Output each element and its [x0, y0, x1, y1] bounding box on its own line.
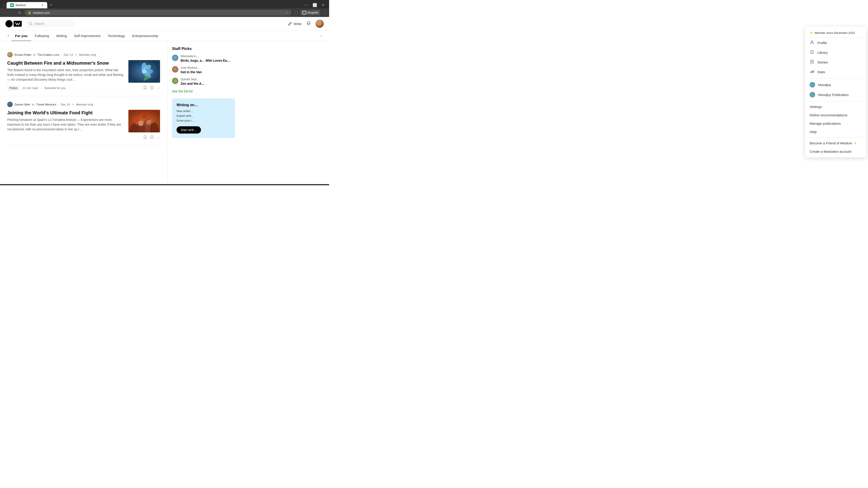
- search-icon: [29, 22, 33, 26]
- author-name[interactable]: Darren Weir: [14, 103, 30, 106]
- main-content: Erosia Potter in The Kraken Lore · Dec 1…: [0, 41, 329, 184]
- staff-pick-info: Joan Westenl… Get in the Van: [181, 66, 202, 74]
- url-bar[interactable]: 🔒 medium.com ☆: [25, 10, 291, 15]
- svg-point-25: [146, 120, 151, 125]
- dislike-button[interactable]: [150, 135, 154, 140]
- status-bar: https://medium.com/moodjoy?source=---two…: [0, 184, 329, 185]
- article-card: Erosia Potter in The Kraken Lore · Dec 1…: [7, 46, 160, 96]
- tab-for-you[interactable]: For you: [11, 31, 31, 41]
- extensions-icon[interactable]: ⬚: [294, 11, 298, 15]
- staff-pick-avatar: [172, 78, 178, 84]
- article-excerpt: Pitching tomatoes at Spain's La Tomatina…: [7, 118, 125, 132]
- article-thumbnail[interactable]: [128, 110, 160, 132]
- back-button[interactable]: ←: [3, 10, 8, 15]
- publication-name[interactable]: The Kraken Lore: [37, 53, 59, 57]
- search-bar[interactable]: Search: [25, 20, 75, 27]
- in-text: in: [33, 53, 35, 57]
- sidebar: Staff Picks Wikimedia In… Birds, bugs, a…: [167, 41, 240, 184]
- menu-icon[interactable]: ⋮: [323, 11, 327, 15]
- tab-following[interactable]: Following: [31, 31, 53, 41]
- medium-tab[interactable]: Medium ✕: [6, 2, 47, 8]
- tab-writing[interactable]: Writing: [53, 31, 70, 41]
- url-text: medium.com: [33, 11, 284, 14]
- add-topic-button[interactable]: +: [5, 31, 11, 41]
- browser-chrome: ‹ Medium ✕ + — ⬜ ✕ ← → ↻ 🔒 medium.com ☆ …: [0, 0, 329, 17]
- start-writing-button[interactable]: Start writi…: [177, 126, 201, 133]
- staff-pick-title[interactable]: Birds, bugs, a… Wiki Loves Ea…: [181, 59, 230, 63]
- logo-circle: [5, 20, 13, 27]
- article-title[interactable]: Joining the World's Ultimate Food Fight: [7, 110, 125, 116]
- dot-separator: ·: [41, 86, 41, 90]
- promo-item-2: Expert writi…: [177, 114, 230, 118]
- staff-pick-title[interactable]: Get in the Van: [181, 70, 202, 74]
- food-image: [128, 110, 160, 132]
- article-thumbnail[interactable]: [128, 60, 160, 83]
- in-text: in: [32, 103, 34, 106]
- incognito-icon: [302, 11, 306, 15]
- dot-separator: ·: [58, 103, 59, 106]
- forward-button[interactable]: →: [10, 10, 16, 15]
- staff-pick-author: Joan Westenl…: [181, 66, 202, 69]
- member-star-icon: ★: [72, 103, 74, 106]
- article-text: Joining the World's Ultimate Food Fight …: [7, 110, 125, 132]
- see-full-list-link[interactable]: See the full list: [172, 90, 235, 93]
- staff-pick-author: Wikimedia In…: [181, 55, 230, 58]
- staff-picks-title: Staff Picks: [172, 46, 235, 51]
- article-text: Caught Between Fire and a Midsummer's Sn…: [7, 60, 125, 83]
- staff-pick-avatar: [172, 55, 178, 61]
- close-button[interactable]: ✕: [321, 2, 326, 8]
- article-footer: ···: [7, 135, 160, 140]
- site-header: Search Write: [0, 17, 329, 31]
- article-body: Joining the World's Ultimate Food Fight …: [7, 110, 160, 132]
- nav-tabs-scroll-right[interactable]: ›: [319, 31, 324, 41]
- bookmark-icon[interactable]: ☆: [285, 11, 288, 14]
- tab-title: Medium: [16, 3, 26, 7]
- medium-logo[interactable]: [5, 20, 22, 27]
- header-right: Write: [288, 20, 324, 28]
- article-tag[interactable]: Fiction: [7, 86, 20, 91]
- more-options-button[interactable]: ···: [157, 86, 160, 90]
- new-tab-button[interactable]: +: [48, 2, 54, 8]
- incognito-button[interactable]: Incognito: [301, 10, 320, 15]
- browser-actions: ⬚ Incognito ⋮: [294, 10, 327, 15]
- staff-pick-item: Joan Westenl… Get in the Van: [172, 66, 235, 74]
- author-name[interactable]: Erosia Potter: [14, 53, 31, 57]
- author-avatar: [7, 52, 13, 57]
- refresh-button[interactable]: ↻: [17, 10, 22, 15]
- dislike-button[interactable]: [150, 86, 154, 91]
- save-button[interactable]: [143, 86, 147, 91]
- read-time: 11 min read: [22, 86, 38, 90]
- article-feed: Erosia Potter in The Kraken Lore · Dec 1…: [0, 41, 167, 184]
- article-footer: Fiction 11 min read · Selected for you: [7, 86, 160, 91]
- more-options-button[interactable]: ···: [157, 135, 160, 140]
- status-url: https://medium.com/moodjoy?source=---two…: [3, 185, 86, 185]
- user-avatar[interactable]: [315, 20, 324, 28]
- nav-buttons: ← → ↻: [3, 10, 22, 15]
- notifications-bell[interactable]: [306, 21, 311, 27]
- staff-pick-title[interactable]: Zen and the A…: [181, 82, 205, 86]
- writing-promo: Writing on… New writer… Expert writi… Gr…: [172, 98, 235, 138]
- article-actions: ···: [143, 135, 160, 140]
- selected-for-you: Selected for you: [44, 86, 66, 90]
- write-button[interactable]: Write: [288, 22, 302, 26]
- minimize-button[interactable]: —: [304, 2, 309, 8]
- tab-technology[interactable]: Technology: [104, 31, 129, 41]
- save-button[interactable]: [143, 135, 147, 140]
- article-card: Darren Weir in Travel Memoirs · Dec 10 ★…: [7, 96, 160, 146]
- tab-scroll-left[interactable]: ‹: [2, 2, 6, 8]
- publication-name[interactable]: Travel Memoirs: [36, 103, 56, 106]
- tab-entrepreneurship[interactable]: Entrepreneurship: [129, 31, 162, 41]
- maximize-button[interactable]: ⬜: [312, 2, 318, 8]
- staff-pick-info: Wikimedia In… Birds, bugs, a… Wiki Loves…: [181, 55, 230, 63]
- write-label: Write: [293, 22, 302, 26]
- address-bar: ← → ↻ 🔒 medium.com ☆ ⬚ Incognito ⋮: [0, 8, 329, 17]
- article-date: Dec 10: [61, 103, 70, 106]
- article-meta: Erosia Potter in The Kraken Lore · Dec 1…: [7, 52, 160, 57]
- tab-close-button[interactable]: ✕: [41, 4, 43, 7]
- tab-self-improvement[interactable]: Self Improvement: [70, 31, 104, 41]
- article-title[interactable]: Caught Between Fire and a Midsummer's Sn…: [7, 60, 125, 66]
- staff-pick-avatar: [172, 66, 178, 72]
- avatar-image: [315, 20, 324, 28]
- article-date: Dec 13: [64, 53, 73, 57]
- promo-item-3: Grow your r…: [177, 119, 230, 122]
